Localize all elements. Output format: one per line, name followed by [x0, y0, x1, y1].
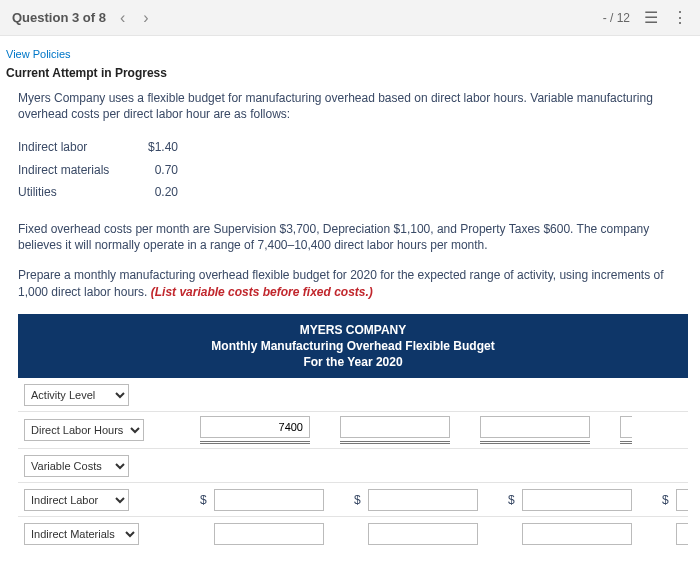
- row-indirect-labor: Indirect Labor $ $ $ $: [18, 483, 688, 517]
- indirect-materials-select[interactable]: Indirect Materials: [24, 523, 139, 545]
- indirect-labor-input-1[interactable]: [214, 489, 324, 511]
- intro-paragraph: Myers Company uses a flexible budget for…: [18, 90, 688, 122]
- more-icon[interactable]: ⋮: [672, 8, 688, 27]
- cost-value: 0.70: [128, 162, 178, 178]
- row-activity-level: Activity Level: [18, 378, 688, 412]
- instruction-paragraph: Prepare a monthly manufacturing overhead…: [18, 267, 688, 299]
- dlh-input-4[interactable]: [620, 416, 632, 438]
- cost-value: 0.20: [128, 184, 178, 200]
- budget-grid: Activity Level Direct Labor Hours: [18, 378, 688, 551]
- budget-header: MYERS COMPANY Monthly Manufacturing Over…: [18, 314, 688, 379]
- cost-label: Indirect labor: [18, 139, 128, 155]
- prev-question-button[interactable]: ‹: [116, 9, 129, 27]
- next-question-button[interactable]: ›: [139, 9, 152, 27]
- indirect-materials-input-3[interactable]: [522, 523, 632, 545]
- table-row: Utilities 0.20: [18, 181, 688, 203]
- dlh-input-3[interactable]: [480, 416, 590, 438]
- cost-label: Indirect materials: [18, 162, 128, 178]
- indirect-materials-input-1[interactable]: [214, 523, 324, 545]
- row-indirect-materials: Indirect Materials $ $ $ $: [18, 517, 688, 551]
- list-icon[interactable]: ☰: [644, 8, 658, 27]
- top-bar: Question 3 of 8 ‹ › - / 12 ☰ ⋮: [0, 0, 700, 36]
- cost-label: Utilities: [18, 184, 128, 200]
- cost-value: $1.40: [128, 139, 178, 155]
- dollar-sign: $: [354, 492, 364, 508]
- dollar-sign: $: [508, 492, 518, 508]
- view-policies-link[interactable]: View Policies: [6, 44, 700, 66]
- indirect-labor-input-3[interactable]: [522, 489, 632, 511]
- table-row: Indirect labor $1.40: [18, 136, 688, 158]
- indirect-materials-input-2[interactable]: [368, 523, 478, 545]
- activity-level-select[interactable]: Activity Level: [24, 384, 129, 406]
- row-direct-labor-hours: Direct Labor Hours: [18, 412, 688, 449]
- attempt-title: Current Attempt in Progress: [6, 66, 700, 90]
- indirect-labor-select[interactable]: Indirect Labor: [24, 489, 129, 511]
- variable-costs-select[interactable]: Variable Costs: [24, 455, 129, 477]
- variable-cost-table: Indirect labor $1.40 Indirect materials …: [18, 136, 688, 203]
- dollar-sign: $: [200, 492, 210, 508]
- indirect-labor-input-2[interactable]: [368, 489, 478, 511]
- budget-header-line2: Monthly Manufacturing Overhead Flexible …: [18, 338, 688, 354]
- score-display: - / 12: [603, 11, 630, 25]
- fixed-costs-paragraph: Fixed overhead costs per month are Super…: [18, 221, 688, 253]
- dlh-input-2[interactable]: [340, 416, 450, 438]
- dlh-select[interactable]: Direct Labor Hours: [24, 419, 144, 441]
- indirect-materials-input-4[interactable]: [676, 523, 688, 545]
- row-variable-costs: Variable Costs: [18, 449, 688, 483]
- table-row: Indirect materials 0.70: [18, 159, 688, 181]
- budget-header-line3: For the Year 2020: [18, 354, 688, 370]
- question-title: Question 3 of 8: [12, 10, 106, 25]
- indirect-labor-input-4[interactable]: [676, 489, 688, 511]
- dollar-sign: $: [662, 492, 672, 508]
- dlh-input-1[interactable]: [200, 416, 310, 438]
- budget-header-line1: MYERS COMPANY: [18, 322, 688, 338]
- instruction-note: (List variable costs before fixed costs.…: [151, 285, 373, 299]
